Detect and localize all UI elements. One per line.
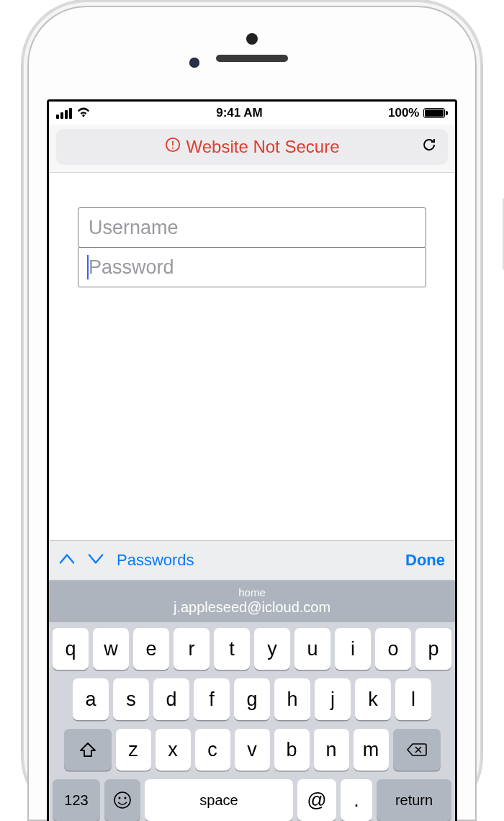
browser-navbar: Website Not Secure [49,125,455,173]
svg-point-5 [125,797,127,799]
key-l[interactable]: l [395,678,431,720]
software-keyboard: q w e r t y u i o p a s d f g h [49,622,455,821]
key-g[interactable]: g [234,678,270,720]
key-r[interactable]: r [174,628,210,670]
key-q[interactable]: q [53,628,89,670]
page-content: Username Password [49,173,455,540]
device-camera [246,33,258,45]
key-a[interactable]: a [73,678,109,720]
keyboard-row-4: 123 space @ . return [53,779,451,821]
autofill-value: j.appleseed@icloud.com [174,598,330,616]
screen: 9:41 AM 100% Website Not Secu [47,99,457,821]
battery-icon [423,108,448,118]
key-z[interactable]: z [116,729,151,771]
address-bar[interactable]: Website Not Secure [56,129,448,165]
svg-point-4 [119,797,121,799]
cellular-signal-icon [56,108,72,119]
key-b[interactable]: b [274,729,310,771]
keyboard-row-2: a s d f g h j k l [53,678,451,720]
status-time: 9:41 AM [216,106,263,120]
password-field[interactable]: Password [78,247,426,287]
battery-percent: 100% [388,106,419,120]
keyboard-row-1: q w e r t y u i o p [53,628,451,670]
device-bezel: 9:41 AM 100% Website Not Secu [27,6,477,821]
autofill-label: home [238,587,266,598]
key-k[interactable]: k [355,678,391,720]
address-bar-text: Website Not Secure [186,137,340,157]
iphone-device-frame: 9:41 AM 100% Website Not Secu [22,0,482,821]
text-cursor [87,255,89,279]
key-u[interactable]: u [294,628,330,670]
key-backspace[interactable] [393,729,441,771]
passwords-button[interactable]: Passwords [117,551,194,570]
key-s[interactable]: s [113,678,149,720]
key-shift[interactable] [64,729,112,771]
key-x[interactable]: x [156,729,191,771]
previous-field-button[interactable] [59,551,75,570]
key-p[interactable]: p [415,628,451,670]
key-numbers[interactable]: 123 [53,779,100,821]
svg-point-3 [114,792,130,808]
key-j[interactable]: j [315,678,351,720]
key-m[interactable]: m [354,729,389,771]
username-field[interactable]: Username [78,207,426,248]
key-o[interactable]: o [375,628,411,670]
key-i[interactable]: i [335,628,371,670]
key-period[interactable]: . [341,779,372,821]
next-field-button[interactable] [88,551,104,570]
key-v[interactable]: v [235,729,270,771]
username-placeholder: Username [89,217,179,239]
password-placeholder: Password [89,256,174,279]
device-sensor [189,58,199,68]
key-d[interactable]: d [153,678,189,720]
key-y[interactable]: y [254,628,290,670]
done-button[interactable]: Done [405,551,445,570]
keyboard-row-3: z x c v b n m [53,729,451,771]
key-f[interactable]: f [194,678,230,720]
input-accessory-bar: Passwords Done [49,540,455,580]
key-t[interactable]: t [214,628,250,670]
key-n[interactable]: n [314,729,349,771]
key-emoji[interactable] [104,779,140,821]
key-w[interactable]: w [93,628,129,670]
reload-icon[interactable] [420,136,438,158]
status-bar: 9:41 AM 100% [49,102,455,125]
device-speaker [216,55,288,62]
autofill-suggestion[interactable]: home j.appleseed@icloud.com [49,580,455,622]
key-c[interactable]: c [195,729,230,771]
not-secure-warning-icon [165,137,181,157]
svg-point-2 [171,147,173,148]
key-at[interactable]: @ [297,779,336,821]
key-e[interactable]: e [133,628,169,670]
key-return[interactable]: return [377,779,451,821]
key-space[interactable]: space [145,779,293,821]
key-h[interactable]: h [274,678,310,720]
wifi-icon [76,106,91,121]
